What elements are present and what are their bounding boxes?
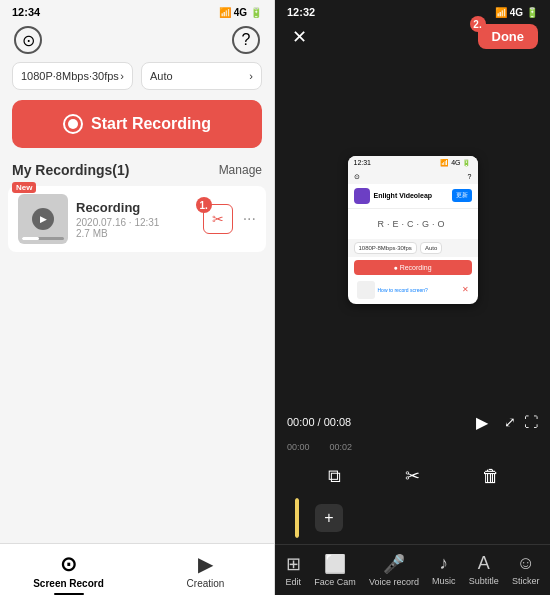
toolbar-edit[interactable]: ⊞ Edit (286, 553, 302, 587)
voice-label: Voice record (369, 577, 419, 587)
screen-record-icon: ⊙ (60, 552, 77, 576)
network-label-right: 4G (510, 7, 523, 18)
mockup-top-row: ⊙ ? (348, 170, 478, 184)
screen-record-label: Screen Record (33, 578, 104, 589)
edit-label: Edit (286, 577, 302, 587)
quality-button[interactable]: 1080P·8Mbps·30fps › (12, 62, 133, 90)
toolbar-subtitle[interactable]: A Subtitle (469, 553, 499, 587)
nav-creation[interactable]: ▶ Creation (137, 544, 274, 595)
recording-date: 2020.07.16 · 12:31 (76, 217, 195, 228)
target-icon[interactable]: ⊙ (14, 26, 42, 54)
step-1-badge: 1. (196, 197, 212, 213)
mockup-settings-icon: ⊙ (354, 173, 360, 181)
subtitle-icon: A (478, 553, 490, 574)
mockup-app-name: Enlight Videoleap (374, 192, 433, 199)
help-inner: ? (242, 31, 251, 49)
done-label: Done (492, 29, 525, 44)
music-icon: ♪ (439, 553, 448, 574)
left-panel: 12:34 📶 4G 🔋 ⊙ ? 1080P·8Mbps·30fps › Aut… (0, 0, 275, 595)
preview-area: 12:31 📶 4G 🔋 ⊙ ? Enlight Videoleap 更新 R·… (275, 55, 550, 404)
cut-tool[interactable]: ✂ (396, 460, 428, 492)
record-circle-icon (63, 114, 83, 134)
network-label: 4G (234, 7, 247, 18)
status-icons-right: 📶 4G 🔋 (495, 7, 538, 18)
toolbar-sticker[interactable]: ☺ Sticker (512, 553, 540, 587)
mockup-rec-link: How to record screen? (378, 287, 428, 293)
scissor-button[interactable]: 1. ✂ (203, 204, 233, 234)
subtitle-label: Subtitle (469, 576, 499, 586)
mockup-dl-button: 更新 (452, 189, 472, 202)
step-2-badge: 2. (470, 16, 486, 32)
toolbar-voice[interactable]: 🎤 Voice record (369, 553, 419, 587)
recordings-header: My Recordings(1) Manage (0, 162, 274, 186)
record-circle-inner (68, 119, 78, 129)
ruler-mark-1: 00:02 (330, 442, 353, 452)
manage-button[interactable]: Manage (219, 163, 262, 177)
time-left: 12:34 (12, 6, 40, 18)
creation-icon: ▶ (198, 552, 213, 576)
nav-screen-record[interactable]: ⊙ Screen Record (0, 544, 137, 595)
target-inner: ⊙ (22, 31, 35, 50)
status-bar-left: 12:34 📶 4G 🔋 (0, 0, 274, 22)
expand-icons: ⤢ ⛶ (504, 414, 538, 430)
time-display: 00:00 / 00:08 (287, 416, 460, 428)
mockup-auto: Auto (420, 242, 442, 254)
mockup-close-icon: ✕ (462, 285, 469, 294)
timeline-add-button[interactable]: + (315, 504, 343, 532)
duration-bar-fill (22, 237, 39, 240)
signal-icon-right: 📶 (495, 7, 507, 18)
help-icon[interactable]: ? (232, 26, 260, 54)
phone-mockup: 12:31 📶 4G 🔋 ⊙ ? Enlight Videoleap 更新 R·… (348, 156, 478, 304)
face-cam-icon: ⬜ (324, 553, 346, 575)
mode-arrow: › (249, 70, 253, 82)
quality-label: 1080P·8Mbps·30fps (21, 70, 119, 82)
signal-icon: 📶 (219, 7, 231, 18)
sticker-icon: ☺ (516, 553, 534, 574)
duration-bar (22, 237, 64, 240)
edit-icon: ⊞ (286, 553, 301, 575)
face-cam-label: Face Cam (314, 577, 356, 587)
recording-item: New ▶ Recording 2020.07.16 · 12:31 2.7 M… (8, 186, 266, 252)
mode-button[interactable]: Auto › (141, 62, 262, 90)
recording-name: Recording (76, 200, 195, 215)
toolbar-face-cam[interactable]: ⬜ Face Cam (314, 553, 356, 587)
mockup-rec-item: How to record screen? ✕ (354, 278, 472, 302)
delete-tool[interactable]: 🗑 (475, 460, 507, 492)
status-bar-right: 12:32 📶 4G 🔋 (275, 0, 550, 22)
music-label: Music (432, 576, 456, 586)
close-button[interactable]: ✕ (287, 25, 311, 49)
timeline-track[interactable] (295, 498, 299, 538)
new-badge: New (12, 182, 36, 193)
mockup-quality: 1080P·8Mbps·30fps (354, 242, 417, 254)
record-label: Start Recording (91, 115, 211, 133)
mockup-rec-btn: ● Recording (354, 260, 472, 275)
recording-size: 2.7 MB (76, 228, 195, 239)
mockup-icons: 📶 4G 🔋 (440, 159, 471, 167)
mockup-app-bar: Enlight Videoleap 更新 (348, 184, 478, 209)
timeline-clip (295, 498, 299, 538)
copy-tool[interactable]: ⧉ (318, 460, 350, 492)
fullscreen-icon[interactable]: ⛶ (524, 414, 538, 430)
timeline-track-row: + (283, 498, 542, 538)
start-recording-button[interactable]: Start Recording (12, 100, 262, 148)
mockup-app-icon (354, 188, 370, 204)
settings-row: 1080P·8Mbps·30fps › Auto › (0, 62, 274, 100)
recording-thumbnail[interactable]: ▶ (18, 194, 68, 244)
done-button[interactable]: 2. Done (478, 24, 539, 49)
more-button[interactable]: ··· (243, 210, 256, 228)
mockup-status-bar: 12:31 📶 4G 🔋 (348, 156, 478, 170)
creation-label: Creation (187, 578, 225, 589)
mockup-logo: R·E·C·G·O (348, 209, 478, 239)
play-button-small[interactable]: ▶ (32, 208, 54, 230)
toolbar-music[interactable]: ♪ Music (432, 553, 456, 587)
play-button-main[interactable]: ▶ (468, 408, 496, 436)
recordings-title: My Recordings(1) (12, 162, 129, 178)
recording-info: Recording 2020.07.16 · 12:31 2.7 MB (76, 200, 195, 239)
timeline-controls: 00:00 / 00:08 ▶ ⤢ ⛶ (275, 404, 550, 440)
edit-tools: ⧉ ✂ 🗑 (275, 454, 550, 498)
ruler-mark-0: 00:00 (287, 442, 310, 452)
time-right: 12:32 (287, 6, 315, 18)
expand-icon[interactable]: ⤢ (504, 414, 516, 430)
battery-icon-right: 🔋 (526, 7, 538, 18)
right-panel: 12:32 📶 4G 🔋 ✕ 2. Done 12:31 📶 4G 🔋 ⊙ ? (275, 0, 550, 595)
